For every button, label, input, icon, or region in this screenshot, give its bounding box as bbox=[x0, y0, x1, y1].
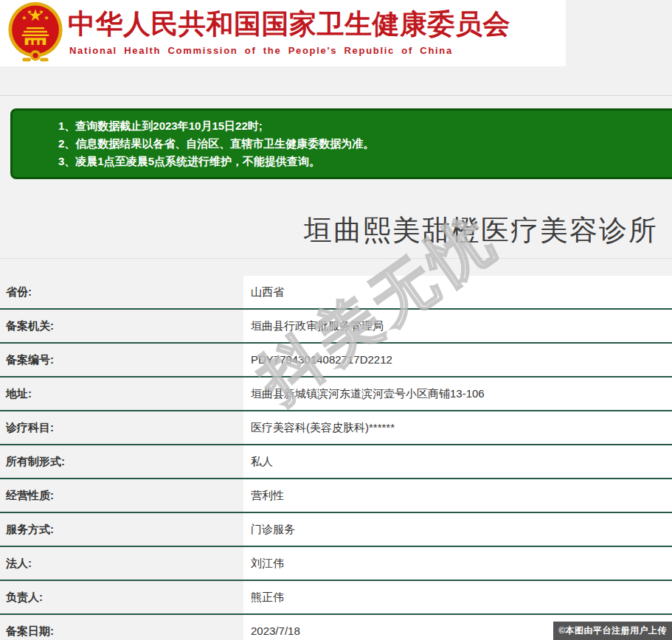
china-national-emblem-icon bbox=[6, 1, 65, 65]
table-row: 法人:刘江伟 bbox=[0, 547, 672, 581]
notice-line-3: 3、凌晨1点至凌晨5点系统进行维护，不能提供查询。 bbox=[58, 153, 668, 170]
field-value: 门诊服务 bbox=[243, 513, 672, 546]
field-label: 备案日期: bbox=[0, 615, 243, 640]
notice-box: 1、查询数据截止到2023年10月15日22时; 2、信息数据结果以各省、自治区… bbox=[10, 108, 672, 179]
institution-name-title: 垣曲熙美甜橙医疗美容诊所 bbox=[304, 212, 658, 249]
table-row: 备案机关:垣曲县行政审批服务管理局 bbox=[0, 310, 672, 344]
field-value: 垣曲县新城镇滨河东道滨河壹号小区商铺13-106 bbox=[243, 378, 672, 410]
table-row: 地址:垣曲县新城镇滨河东道滨河壹号小区商铺13-106 bbox=[0, 378, 672, 411]
field-value: 山西省 bbox=[243, 276, 672, 308]
field-value: 刘江伟 bbox=[243, 547, 672, 580]
table-row: 服务方式:门诊服务 bbox=[0, 513, 672, 547]
field-value: PDY77943014082717D2212 bbox=[243, 344, 672, 376]
field-label: 负责人: bbox=[0, 581, 243, 613]
table-row: 负责人:熊正伟 bbox=[0, 581, 672, 615]
table-row: 省份:山西省 bbox=[0, 276, 672, 310]
field-label: 所有制形式: bbox=[0, 445, 243, 478]
upload-credit-badge: ©本图由平台注册用户上传 bbox=[553, 622, 672, 640]
field-label: 地址: bbox=[0, 378, 243, 410]
table-row: 经营性质:营利性 bbox=[0, 479, 672, 513]
nhc-record-query-page: 中华人民共和国国家卫生健康委员会 National Health Commiss… bbox=[0, 0, 672, 640]
field-value: 熊正伟 bbox=[243, 581, 672, 613]
field-value: 垣曲县行政审批服务管理局 bbox=[243, 310, 672, 342]
header-banner: 中华人民共和国国家卫生健康委员会 National Health Commiss… bbox=[0, 0, 566, 66]
field-value: 私人 bbox=[243, 445, 672, 478]
field-value: 医疗美容科(美容皮肤科)****** bbox=[243, 411, 672, 444]
field-label: 服务方式: bbox=[0, 513, 243, 546]
header-title-cn: 中华人民共和国国家卫生健康委员会 bbox=[68, 6, 510, 43]
table-row: 备案编号:PDY77943014082717D2212 bbox=[0, 344, 672, 378]
field-label: 经营性质: bbox=[0, 479, 243, 512]
field-label: 备案编号: bbox=[0, 344, 243, 376]
table-row: 所有制形式:私人 bbox=[0, 445, 672, 479]
notice-line-2: 2、信息数据结果以各省、自治区、直辖市卫生健康委数据为准。 bbox=[58, 135, 668, 153]
field-value: 营利性 bbox=[243, 479, 672, 512]
table-row: 诊疗科目:医疗美容科(美容皮肤科)****** bbox=[0, 411, 672, 445]
notice-line-1: 1、查询数据截止到2023年10月15日22时; bbox=[58, 117, 668, 135]
field-label: 备案机关: bbox=[0, 310, 243, 342]
field-label: 法人: bbox=[0, 547, 243, 580]
info-table: 省份:山西省备案机关:垣曲县行政审批服务管理局备案编号:PDY779430140… bbox=[0, 276, 672, 640]
field-label: 省份: bbox=[0, 276, 243, 308]
header-title-en: National Health Commission of the People… bbox=[69, 45, 453, 56]
table-top-divider bbox=[0, 258, 672, 259]
field-label: 诊疗科目: bbox=[0, 411, 243, 444]
